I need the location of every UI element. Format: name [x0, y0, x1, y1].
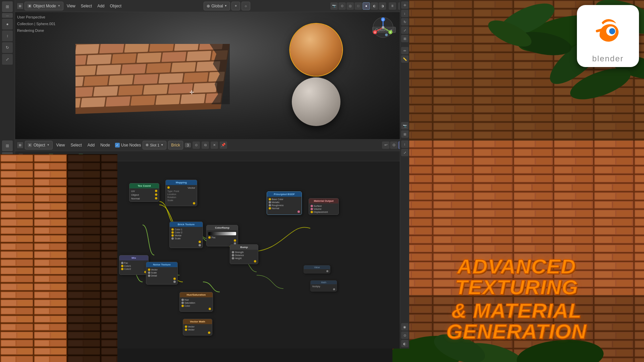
- collection-info: Collection | Sphere.001: [17, 21, 55, 27]
- svg-text:X: X: [374, 31, 376, 34]
- viewport-info: User Perspective Collection | Sphere.001…: [17, 14, 55, 34]
- left-brick-decoration: [0, 154, 117, 362]
- overlay-icon[interactable]: ⊙: [338, 2, 346, 10]
- use-nodes-checkbox: ✓: [115, 143, 120, 147]
- use-nodes-toggle[interactable]: ✓ Use Nodes: [115, 143, 141, 147]
- icon-measure[interactable]: 📏: [401, 55, 409, 63]
- mode-dropdown-icon: ▼: [58, 4, 60, 7]
- view-menu[interactable]: View: [65, 3, 77, 9]
- node-material-output[interactable]: Material Output Surface Volume Displacem…: [309, 198, 339, 215]
- node-vector-math[interactable]: Vector Math Vector Vector: [183, 319, 212, 336]
- icon-rotate[interactable]: ↻: [401, 18, 409, 25]
- undo-icon[interactable]: ↩: [382, 141, 389, 149]
- shade-material[interactable]: ◐: [371, 2, 378, 10]
- node-extra-2[interactable]: Math Multiply: [310, 280, 337, 292]
- left-sidebar-strip: ⊞ — ● ↕ ↻ ⤢: [0, 0, 15, 139]
- node-left-icon-1[interactable]: ⊞: [2, 140, 13, 151]
- sphere-gray: [292, 77, 340, 126]
- svg-text:Z: Z: [382, 18, 384, 21]
- node-hue-sat[interactable]: Hue/Saturation Hue Saturation Color: [179, 292, 213, 312]
- mode-label: Object Mode: [33, 4, 56, 8]
- node-icon-4[interactable]: ⊙: [401, 331, 409, 339]
- viewport-canvas[interactable]: User Perspective Collection | Sphere.001…: [15, 12, 408, 139]
- user-count-badge: 3: [185, 143, 191, 147]
- left-icon-2[interactable]: —: [2, 13, 13, 18]
- remove-material-icon[interactable]: ✕: [211, 141, 218, 149]
- icon-transform[interactable]: ⊞: [401, 35, 409, 42]
- left-icon-5[interactable]: ↻: [2, 42, 13, 53]
- node-mapping[interactable]: Mapping Vector Type: Point Location Rota…: [165, 180, 197, 206]
- transform-space[interactable]: ⊕ Global ▼: [204, 2, 230, 10]
- svg-point-25: [609, 28, 615, 34]
- material-name-display: Brick: [168, 141, 183, 149]
- viewport-toolbar: ⊞ ◉ Object Mode ▼ View Select Add Object…: [15, 0, 408, 12]
- browse-material-icon[interactable]: ⊙: [193, 141, 200, 149]
- snap-btn[interactable]: ⌖: [231, 2, 240, 10]
- proportional-btn[interactable]: ○: [241, 2, 250, 10]
- icon-camera-view[interactable]: 📷: [401, 122, 409, 129]
- icon-scale[interactable]: ⤢: [401, 26, 409, 34]
- copy-material-icon[interactable]: ⧉: [202, 141, 209, 149]
- node-editor-type[interactable]: ⊞: [17, 142, 23, 148]
- shade-wireframe[interactable]: □: [355, 2, 362, 10]
- xray-icon[interactable]: ◎: [346, 2, 354, 10]
- node-noise[interactable]: Noise Texture Vector Scale Detail: [146, 262, 178, 285]
- node-select-menu[interactable]: Select: [68, 142, 84, 148]
- node-icon-2[interactable]: ⤢: [401, 149, 409, 156]
- node-color-ramp[interactable]: ColorRamp Fac: [206, 225, 238, 246]
- svg-rect-81: [75, 44, 230, 114]
- node-brick-texture[interactable]: Brick Texture Color 1 Color 2 Mortar Sca…: [169, 222, 203, 248]
- left-icon-3[interactable]: ●: [2, 19, 13, 29]
- node-icon-1[interactable]: ↕: [401, 140, 409, 148]
- navigation-gizmo[interactable]: Z Y X: [372, 17, 394, 39]
- node-icon-3[interactable]: ◉: [401, 323, 409, 330]
- viewport-pause[interactable]: ⏸: [389, 2, 396, 10]
- node-editor-right-icons: ↕ ⤢ ◉ ⊙ ◐: [400, 139, 409, 349]
- svg-point-94: [382, 26, 384, 29]
- icon-grid[interactable]: ⊞: [401, 130, 409, 138]
- use-nodes-label: Use Nodes: [121, 143, 141, 147]
- left-icon-1[interactable]: ⊞: [2, 1, 13, 12]
- render-info: Rendering Done: [17, 27, 55, 34]
- object-menu[interactable]: Object: [108, 3, 123, 9]
- node-object-selector[interactable]: ■ Object ▼: [25, 141, 53, 149]
- title-line2: & MATERIAL GENERATION: [396, 300, 637, 342]
- viewport-right-icons: ✛ ↕ ↻ ⤢ ⊞ ✏ 📏 📷 ⊞: [400, 0, 409, 139]
- left-icon-6[interactable]: ⤢: [2, 54, 13, 65]
- icon-annotate[interactable]: ✏: [401, 47, 409, 54]
- 3d-cursor: ✛: [190, 89, 194, 96]
- mode-selector[interactable]: ◉ Object Mode ▼: [24, 2, 63, 10]
- perspective-info: User Perspective: [17, 14, 55, 21]
- title-text-area: ADVANCED TEXTURING & MATERIAL GENERATION: [396, 256, 637, 342]
- node-texture-coord[interactable]: Tex Coord UV Object Normal: [129, 183, 159, 202]
- node-mix[interactable]: Mix Fac Color1 Color2: [119, 255, 149, 275]
- icon-move[interactable]: ↕: [401, 10, 409, 17]
- camera-icon[interactable]: 📷: [330, 2, 338, 10]
- svg-point-95: [385, 34, 388, 36]
- viewport-shade-icons: 📷 ⊙ ◎ □ ● ◐ ◑: [330, 2, 386, 10]
- editor-type-icon[interactable]: ⊞: [17, 3, 23, 9]
- add-menu[interactable]: Add: [95, 3, 106, 9]
- svg-text:Y: Y: [390, 31, 391, 34]
- shade-solid[interactable]: ●: [363, 2, 370, 10]
- blender-viewport: ⊞ ◉ Object Mode ▼ View Select Add Object…: [15, 0, 408, 139]
- node-toolbar: ⊞ ■ Object ▼ View Select Add Node ✓ Use …: [15, 139, 408, 151]
- node-extra-1[interactable]: Value: [304, 265, 330, 274]
- left-icon-4[interactable]: ↕: [2, 31, 13, 41]
- node-view-menu[interactable]: View: [54, 142, 67, 148]
- select-menu[interactable]: Select: [79, 3, 94, 9]
- blender-logo-icon: [586, 9, 630, 53]
- icon-cursor[interactable]: ✛: [401, 1, 409, 9]
- node-overlay-icon[interactable]: ⊙: [390, 141, 397, 149]
- node-add-menu[interactable]: Add: [86, 142, 97, 148]
- node-principled-bsdf[interactable]: Principled BSDF Base Color Metallic Roug…: [267, 191, 302, 215]
- node-icon-5[interactable]: ◐: [401, 340, 409, 347]
- sphere-orange: [290, 24, 342, 76]
- slot-selector[interactable]: ⊕ Slot 1 ▼: [143, 141, 166, 149]
- blender-logo-card: blender: [577, 5, 639, 67]
- shade-render[interactable]: ◑: [379, 2, 386, 10]
- title-line1: ADVANCED TEXTURING: [396, 256, 637, 298]
- node-bump[interactable]: Bump Strength Distance Height: [230, 244, 258, 264]
- node-node-menu[interactable]: Node: [98, 142, 112, 148]
- pin-material-icon[interactable]: 📌: [220, 141, 227, 149]
